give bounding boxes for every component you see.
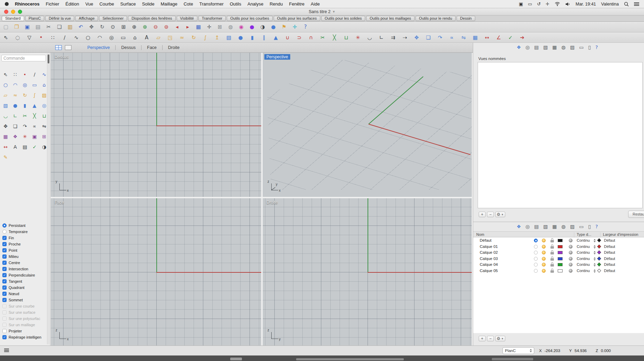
boolean-difference-icon[interactable]: ⊃ <box>295 34 303 41</box>
layer-visibility-bulb-icon[interactable] <box>542 263 546 267</box>
layer-visibility-bulb-icon[interactable] <box>542 257 546 261</box>
checkbox[interactable] <box>2 323 7 327</box>
linetype-stepper[interactable] <box>594 239 596 242</box>
toolbar-tab[interactable]: Transformer <box>198 16 226 21</box>
surface-3pt-icon[interactable]: ◳ <box>166 34 174 41</box>
check-icon[interactable]: ✓ <box>30 143 39 151</box>
layer-color-swatch[interactable] <box>558 239 563 242</box>
chamfer-icon[interactable]: ∟ <box>378 34 385 41</box>
hide-objects-icon[interactable]: ◍ <box>227 23 234 31</box>
layer-lock-icon[interactable] <box>550 257 554 261</box>
osnap-option[interactable]: Fin <box>2 235 41 241</box>
layer-color-swatch[interactable] <box>558 269 563 272</box>
offset-icon[interactable]: ⇉ <box>389 34 397 41</box>
menu-item[interactable]: Cote <box>184 1 193 7</box>
new-file-icon[interactable]: ▢ <box>2 23 10 31</box>
move-icon[interactable]: ✥ <box>1 122 10 130</box>
layer-material-icon[interactable] <box>569 263 573 267</box>
viewport-label[interactable]: Face <box>52 200 66 205</box>
extend-icon[interactable]: ⇢ <box>401 34 409 41</box>
box-icon[interactable]: ▧ <box>225 34 233 41</box>
sweep-icon[interactable]: ∫ <box>30 91 39 99</box>
checkbox[interactable] <box>2 292 7 296</box>
current-layer-radio[interactable] <box>534 269 538 273</box>
cut-icon[interactable]: ✂ <box>45 23 52 31</box>
zoom-extents-icon[interactable]: ⊕ <box>130 23 138 31</box>
checkbox[interactable] <box>2 279 7 283</box>
user-menu-label[interactable]: Valentina <box>601 2 619 7</box>
select-icon[interactable]: ⇖ <box>2 34 10 41</box>
osnap-option[interactable]: Projeter <box>2 328 41 334</box>
notification-center-icon[interactable] <box>634 2 639 6</box>
array-icon[interactable]: ▦ <box>471 34 479 41</box>
osnap-option[interactable]: Nœud <box>2 291 41 297</box>
osnap-option[interactable]: Centre <box>2 260 41 266</box>
boolean-intersection-icon[interactable]: ∩ <box>307 34 315 41</box>
viewport-perspective[interactable]: Perspective z y x <box>263 53 472 197</box>
move-icon[interactable]: ✛ <box>546 1 549 7</box>
arc-icon[interactable]: ◠ <box>96 34 104 41</box>
notes-icon[interactable]: ▤ <box>534 224 539 229</box>
notes-icon[interactable]: ▤ <box>534 44 539 50</box>
layer-material-icon[interactable] <box>569 269 573 273</box>
layer-visibility-bulb-icon[interactable] <box>542 269 546 273</box>
save-icon[interactable]: ▣ <box>23 23 31 31</box>
viewport-tab[interactable]: Face <box>142 45 163 50</box>
join-icon[interactable]: ⊔ <box>342 34 350 41</box>
osnap-option[interactable]: Sur une polysurfac <box>2 315 41 322</box>
lasso-select-icon[interactable]: ◌ <box>14 34 21 41</box>
lock-objects-icon[interactable]: ⊠ <box>216 23 224 31</box>
checkbox[interactable] <box>2 248 7 252</box>
layer-linetype[interactable]: Continu <box>577 250 590 254</box>
current-layer-radio[interactable] <box>534 257 538 261</box>
redo-view-icon[interactable]: ▸ <box>184 23 192 31</box>
current-layer-radio[interactable] <box>534 239 538 242</box>
revolve-icon[interactable]: ↻ <box>190 34 197 41</box>
viewport-label[interactable]: Droite <box>264 200 280 205</box>
undo-view-icon[interactable]: ◂ <box>173 23 181 31</box>
menu-item[interactable]: Rendu <box>270 1 283 7</box>
toolbar-tab[interactable]: Standard <box>2 16 24 21</box>
toolbar-tab[interactable]: Définir la vue <box>45 16 74 21</box>
texture-icon[interactable]: ▨ <box>570 224 575 229</box>
layer-row[interactable]: Calque 04 Continu Défaut <box>473 262 644 268</box>
array-icon[interactable]: ▦ <box>1 132 10 141</box>
pan-icon[interactable]: ✥ <box>88 23 95 31</box>
osnap-option[interactable]: Tangent <box>2 278 41 284</box>
remove-named-view-button[interactable]: − <box>487 212 494 217</box>
toolbar-tab[interactable]: Disposition des fenêtres <box>128 16 175 21</box>
viewport-tab[interactable]: Perspective <box>82 45 116 50</box>
layer-material-icon[interactable] <box>569 245 573 249</box>
layer-linetype[interactable]: Continu <box>577 257 590 261</box>
analyze-direction-icon[interactable]: ➔ <box>518 34 526 41</box>
column-header-name[interactable]: Nom <box>476 232 484 237</box>
layer-print-width[interactable]: Défaut <box>604 262 615 267</box>
dimension-icon[interactable]: ↔ <box>1 143 10 151</box>
rectangle-icon[interactable]: ▭ <box>30 81 39 89</box>
points-icon[interactable]: ∷ <box>49 34 57 41</box>
osnap-option[interactable]: Sur une surface <box>2 309 41 315</box>
rotate-icon[interactable]: ↷ <box>436 34 444 41</box>
zoom-selected-icon[interactable]: ⊚ <box>163 23 170 31</box>
menu-item[interactable]: Transformer <box>199 1 223 7</box>
toolbar-tab[interactable]: PlansC <box>25 16 44 21</box>
block-icon[interactable]: ▣ <box>30 132 39 141</box>
menu-item[interactable]: Surface <box>120 1 136 7</box>
viewport-label[interactable]: Dessus <box>52 54 70 60</box>
layer-linetype[interactable]: Continu <box>577 238 590 242</box>
layer-lock-icon[interactable] <box>550 250 554 254</box>
render-preview-icon[interactable]: ◑ <box>259 23 266 31</box>
checkbox[interactable] <box>2 285 7 290</box>
hatch-icon[interactable]: ▤ <box>21 143 29 151</box>
osnap-mode-option[interactable]: Persistant <box>2 222 41 229</box>
extrude-icon[interactable]: ↥ <box>213 34 221 41</box>
box-display-icon[interactable]: ▧ <box>543 44 548 50</box>
mirror-icon[interactable]: ⇋ <box>460 34 467 41</box>
restore-view-button[interactable]: Restau <box>628 211 644 218</box>
layer-row[interactable]: Calque 03 Continu Défaut <box>473 256 644 262</box>
menu-item[interactable]: Solide <box>142 1 154 7</box>
osnap-option[interactable]: Milieu <box>2 253 41 260</box>
monitor-icon[interactable]: ▯ <box>588 224 591 229</box>
polyline-icon[interactable]: ∕ <box>30 70 39 79</box>
toolbar-tab[interactable]: Outils pour les maillages <box>366 16 414 21</box>
